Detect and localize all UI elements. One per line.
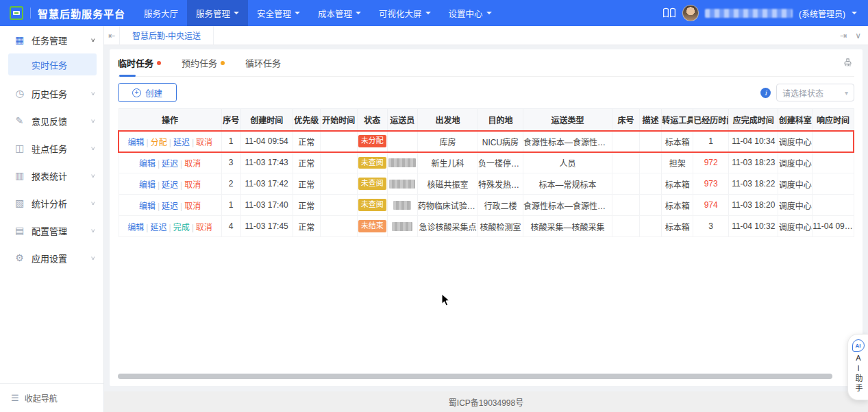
action-separator: | <box>147 138 149 147</box>
action-取消[interactable]: 取消 <box>184 180 201 190</box>
action-延迟[interactable]: 延迟 <box>150 223 166 232</box>
dept-cell: 调度中心 <box>778 195 813 216</box>
chevron-down-icon: ∨ <box>90 118 95 124</box>
sidebar-item-0[interactable]: ▦任务管理∨ <box>0 26 103 53</box>
sidebar-item-3[interactable]: ◫驻点任务∨ <box>0 134 103 162</box>
action-延迟[interactable]: 延迟 <box>173 138 190 147</box>
horizontal-scrollbar[interactable] <box>118 374 832 379</box>
plus-circle-icon <box>132 88 141 97</box>
scroll-tabs-right-icon[interactable]: ⇥ <box>840 32 847 40</box>
sidebar-item-6[interactable]: ▤配置管理∨ <box>0 217 103 244</box>
user-role-label[interactable]: (系统管理员) <box>799 8 845 19</box>
tab-预约任务[interactable]: 预约任务 <box>182 49 225 77</box>
column-header: 目的地 <box>478 109 523 131</box>
sidebar-item-4[interactable]: ▥报表统计∨ <box>0 162 103 189</box>
app-root: 智慧后勤服务平台 服务大厅服务管理安全管理成本管理可视化大屏设置中心 (系统管理… <box>0 0 868 412</box>
actions-cell: 编辑|分配|延迟|取消 <box>119 131 221 152</box>
status-select[interactable]: 请选择状态 ▾ <box>776 84 854 101</box>
create-button[interactable]: 创建 <box>118 83 177 102</box>
page-tab-strip: ⇤ 智慧后勤-中央运送 ⇥ ∨ <box>104 26 868 45</box>
chevron-down-icon <box>234 12 239 17</box>
column-header: 响应时间 <box>813 109 854 131</box>
desc-cell <box>640 216 662 237</box>
status-select-placeholder: 请选择状态 <box>782 87 823 99</box>
ai-assistant-button[interactable]: AI AI助手 <box>847 334 868 400</box>
start-cell <box>320 173 357 195</box>
action-编辑[interactable]: 编辑 <box>128 138 145 147</box>
priority-cell: 正常 <box>293 173 320 195</box>
action-separator: | <box>180 202 182 211</box>
scroll-tabs-left-icon[interactable]: ⇤ <box>108 32 115 40</box>
seq-cell: 2 <box>221 173 240 195</box>
action-取消[interactable]: 取消 <box>184 202 201 211</box>
sidebar-item-2[interactable]: ✎意见反馈∨ <box>0 107 103 134</box>
tab-label: 临时任务 <box>118 56 153 69</box>
tab-label: 预约任务 <box>182 56 217 69</box>
sidebar-item-label: 应用设置 <box>32 252 67 265</box>
column-header: 开始时间 <box>320 109 357 131</box>
action-分配[interactable]: 分配 <box>151 138 167 147</box>
topnav-item-label: 服务大厅 <box>144 7 178 20</box>
tab-strip-right: ⇥ ∨ <box>840 32 861 40</box>
tab-临时任务[interactable]: 临时任务 <box>118 49 161 77</box>
manual-book-icon[interactable] <box>662 8 676 19</box>
action-延迟[interactable]: 延迟 <box>162 202 178 211</box>
column-header: 操作 <box>119 109 221 131</box>
start-cell <box>320 131 357 152</box>
action-编辑[interactable]: 编辑 <box>139 180 156 190</box>
created-cell: 11-03 17:43 <box>240 152 293 173</box>
due-cell: 11-04 10:34 <box>729 131 778 152</box>
info-icon[interactable]: i <box>760 88 771 98</box>
body: ▦任务管理∨实时任务◷历史任务∨✎意见反馈∨◫驻点任务∨▥报表统计∨▧统计分析∨… <box>0 26 868 412</box>
topnav-item-3[interactable]: 成本管理 <box>309 0 370 26</box>
transport-type-cell: 核酸采集—核酸采集 <box>523 216 612 237</box>
due-cell: 11-03 18:20 <box>729 195 778 216</box>
desc-cell <box>640 152 662 173</box>
created-cell: 11-03 17:42 <box>240 173 293 195</box>
column-header: 已经历时间 <box>693 109 729 131</box>
elapsed-value: 3 <box>708 221 713 231</box>
topnav-item-0[interactable]: 服务大厅 <box>135 0 187 26</box>
action-取消[interactable]: 取消 <box>196 223 212 232</box>
start-cell <box>320 216 357 237</box>
topnav-item-5[interactable]: 设置中心 <box>440 0 501 26</box>
collapse-nav-button[interactable]: ☰ 收起导航 <box>0 383 103 412</box>
action-编辑[interactable]: 编辑 <box>127 223 144 232</box>
avatar[interactable] <box>682 5 699 21</box>
action-延迟[interactable]: 延迟 <box>162 180 178 190</box>
sidebar-item-7[interactable]: ⚙应用设置∨ <box>0 244 103 271</box>
action-编辑[interactable]: 编辑 <box>139 202 156 211</box>
actions-cell: 编辑|延迟|取消 <box>119 173 221 195</box>
config-icon: ▤ <box>14 225 25 236</box>
sidebar-item-1[interactable]: ◷历史任务∨ <box>0 80 103 107</box>
tool-cell: 标本箱 <box>662 173 693 195</box>
user-menu-chevron-down-icon[interactable] <box>852 12 857 17</box>
bed-cell <box>612 152 640 173</box>
action-取消[interactable]: 取消 <box>184 159 201 169</box>
topnav-item-4[interactable]: 可视化大屏 <box>370 0 440 26</box>
desc-cell <box>640 173 662 195</box>
action-延迟[interactable]: 延迟 <box>162 159 178 169</box>
action-编辑[interactable]: 编辑 <box>139 159 156 169</box>
sidebar-item-label: 统计分析 <box>32 197 67 210</box>
due-cell: 11-03 18:22 <box>729 173 778 195</box>
topnav-item-1[interactable]: 服务管理 <box>187 0 248 26</box>
courier-name-redacted <box>393 201 411 210</box>
topnav-item-2[interactable]: 安全管理 <box>248 0 309 26</box>
tab-循环任务[interactable]: 循环任务 <box>245 49 281 77</box>
tabs-menu-chevron-down-icon[interactable]: ∨ <box>855 32 861 40</box>
actions-cell: 编辑|延迟|完成|取消 <box>119 216 221 237</box>
table-row: 编辑|延迟|取消111-03 17:40正常未查阅药物临床试验机构办公室行政二楼… <box>119 195 854 216</box>
page-tab-active[interactable]: 智慧后勤-中央运送 <box>119 26 214 45</box>
status-badge: 未分配 <box>358 135 386 147</box>
bed-cell <box>612 216 640 237</box>
sidebar-item-5[interactable]: ▧统计分析∨ <box>0 189 103 217</box>
action-取消[interactable]: 取消 <box>196 138 212 147</box>
brush-icon[interactable] <box>843 58 853 68</box>
sidebar-subitem-0-0[interactable]: 实时任务 <box>8 53 97 75</box>
column-header: 创建科室 <box>778 109 813 131</box>
table-row: 编辑|延迟|取消211-03 17:42正常未查阅核磁共振室特殊发热门诊标本—常… <box>119 173 854 195</box>
seq-cell: 1 <box>221 131 240 152</box>
feedback-icon: ✎ <box>14 115 25 126</box>
action-完成[interactable]: 完成 <box>173 223 190 232</box>
